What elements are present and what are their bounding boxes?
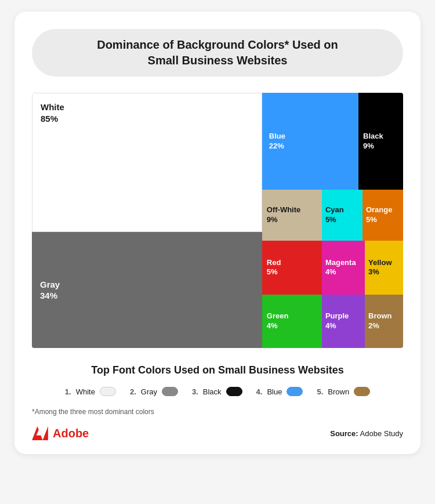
magenta-label: Magenta [325, 258, 361, 268]
purple-label: Purple [325, 311, 361, 321]
source-label: Source: [330, 429, 358, 438]
legend-num-1: 1. [65, 387, 71, 396]
main-title: Dominance of Background Colors* Used onS… [46, 37, 389, 68]
red-label: Red [267, 258, 317, 268]
cell-white: White 85% [32, 93, 262, 232]
cell-black: Black 9% [358, 93, 403, 190]
legend-num-2: 2. [130, 387, 136, 396]
orange-pct: 5% [366, 215, 400, 225]
treemap-row2: Off-White 9% Cyan 5% Orange 5% [262, 190, 403, 241]
blue-label: Blue [269, 132, 351, 142]
cell-cyan: Cyan 5% [322, 190, 362, 241]
legend-label-blue: Blue [267, 387, 282, 396]
cell-yellow: Yellow 3% [365, 241, 403, 294]
treemap-row4: Green 4% Purple 4% Brown 2% [262, 295, 403, 348]
cell-red: Red 5% [262, 241, 322, 294]
legend-label-white: White [76, 387, 95, 396]
legend-label-brown: Brown [328, 387, 349, 396]
treemap-left: White 85% Gray 34% [32, 93, 262, 348]
orange-label: Orange [366, 205, 400, 215]
main-card: Dominance of Background Colors* Used onS… [14, 12, 420, 454]
magenta-pct: 4% [325, 267, 361, 277]
gray-label: Gray [40, 279, 254, 291]
gray-pct: 34% [40, 290, 254, 302]
white-label: White [41, 101, 253, 113]
legend-num-4: 4. [256, 387, 263, 396]
adobe-icon [32, 426, 48, 440]
footer: Adobe Source: Adobe Study [32, 426, 403, 440]
blue-pct: 22% [269, 142, 351, 151]
legend-label-gray: Gray [141, 387, 157, 396]
legend-swatch-brown [354, 387, 370, 396]
legend-item-blue: 4. Blue [256, 387, 303, 396]
red-pct: 5% [267, 267, 317, 277]
legend-swatch-gray [162, 387, 178, 396]
legend-item-gray: 2. Gray [130, 387, 178, 396]
footnote: *Among the three most dominant colors [32, 408, 403, 416]
treemap-right: Blue 22% Black 9% Off-White 9% Cyan 5% [262, 93, 403, 348]
legend-swatch-white [100, 387, 116, 396]
yellow-label: Yellow [368, 258, 400, 268]
treemap-row3: Red 5% Magenta 4% Yellow 3% [262, 241, 403, 294]
cell-gray: Gray 34% [32, 232, 262, 348]
offwhite-label: Off-White [267, 205, 317, 215]
brown-pct: 2% [368, 321, 400, 331]
font-legend: 1. White 2. Gray 3. Black 4. Blue 5. Bro… [32, 387, 403, 396]
white-pct: 85% [41, 113, 253, 125]
font-section-title: Top Font Colors Used on Small Business W… [32, 364, 403, 376]
legend-swatch-blue [287, 387, 303, 396]
adobe-label: Adobe [53, 427, 89, 440]
cell-green: Green 4% [262, 295, 322, 348]
cell-magenta: Magenta 4% [322, 241, 365, 294]
cyan-label: Cyan [325, 205, 359, 215]
legend-label-black: Black [203, 387, 222, 396]
legend-num-3: 3. [192, 387, 198, 396]
legend-num-5: 5. [317, 387, 323, 396]
purple-pct: 4% [325, 321, 361, 331]
yellow-pct: 3% [368, 267, 400, 277]
source-text: Source: Adobe Study [330, 429, 403, 438]
cell-orange: Orange 5% [362, 190, 403, 241]
black-label: Black [363, 132, 398, 142]
adobe-logo: Adobe [32, 426, 89, 440]
black-pct: 9% [363, 142, 398, 151]
brown-label: Brown [368, 311, 400, 321]
cell-offwhite: Off-White 9% [262, 190, 322, 241]
title-box: Dominance of Background Colors* Used onS… [32, 29, 403, 77]
green-pct: 4% [267, 321, 317, 331]
cell-blue: Blue 22% [262, 93, 358, 190]
treemap-row1: Blue 22% Black 9% [262, 93, 403, 190]
cell-brown: Brown 2% [365, 295, 403, 348]
offwhite-pct: 9% [267, 215, 317, 225]
svg-marker-1 [43, 426, 48, 440]
treemap: White 85% Gray 34% Blue 22% Black 9% [32, 93, 403, 348]
legend-swatch-black [226, 387, 242, 396]
source-value: Adobe Study [360, 429, 403, 438]
cyan-pct: 5% [325, 215, 359, 225]
legend-item-brown: 5. Brown [317, 387, 370, 396]
green-label: Green [267, 311, 317, 321]
legend-item-black: 3. Black [192, 387, 242, 396]
legend-item-white: 1. White [65, 387, 116, 396]
cell-purple: Purple 4% [322, 295, 365, 348]
